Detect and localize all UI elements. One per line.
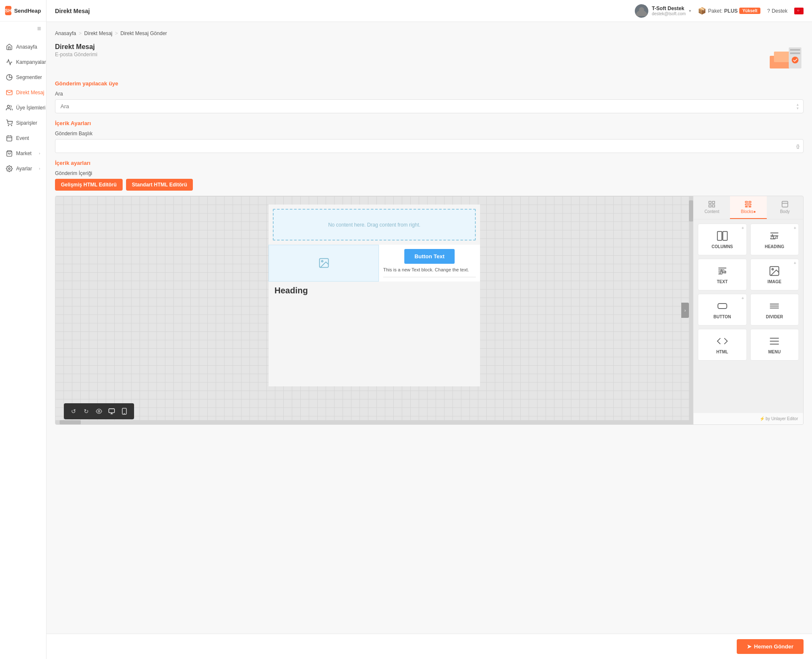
- sidebar-item-label: Direkt Mesaj: [16, 90, 44, 96]
- paket-type: PLUS: [724, 8, 738, 14]
- user-details: T-Soft Destek destek@tsoft.com: [652, 5, 686, 16]
- email-editor: No content here. Drag content from right…: [55, 196, 804, 425]
- sidebar-item-siparisler[interactable]: Siparişler: [0, 115, 46, 131]
- svg-text:Aa: Aa: [770, 232, 779, 241]
- button-plus-icon: +: [741, 295, 744, 301]
- send-label: Hemen Gönder: [754, 643, 793, 650]
- svg-point-8: [8, 168, 10, 170]
- button-text-block: Button Text This is a new Text block. Ch…: [379, 245, 480, 282]
- block-image[interactable]: + IMAGE: [750, 259, 799, 290]
- block-heading[interactable]: + Aa HEADING: [750, 224, 799, 255]
- breadcrumb-anasayfa[interactable]: Anasayfa: [55, 30, 76, 36]
- page-illustration: [765, 43, 804, 72]
- svg-point-17: [321, 260, 323, 262]
- svg-point-15: [792, 57, 798, 63]
- tab-body[interactable]: Body: [767, 196, 803, 219]
- svg-rect-41: [718, 304, 727, 309]
- breadcrumb-sep2: >: [115, 30, 118, 36]
- svg-rect-31: [746, 206, 748, 207]
- columns-plus-icon: +: [741, 225, 744, 230]
- svg-text:Aa: Aa: [719, 268, 727, 275]
- sidebar-item-market[interactable]: Market ›: [0, 146, 46, 161]
- body-tab-label: Body: [780, 209, 790, 214]
- input-arrows: ▲▼: [796, 103, 799, 110]
- redo-button[interactable]: ↻: [81, 406, 92, 417]
- svg-rect-30: [746, 204, 752, 205]
- email-button[interactable]: Button Text: [404, 249, 455, 264]
- flag-icon[interactable]: 🇹🇷: [794, 8, 804, 14]
- svg-point-2: [11, 125, 12, 126]
- standard-editor-button[interactable]: Standart HTML Editörü: [126, 179, 193, 191]
- block-html[interactable]: HTML: [698, 329, 747, 361]
- unlayer-text: ⚡ by Unlayer Editor: [760, 416, 798, 421]
- svg-rect-13: [790, 49, 800, 51]
- sidebar-item-direkt-mesaj[interactable]: Direkt Mesaj ›: [0, 85, 46, 100]
- avatar: [635, 4, 648, 18]
- header-right: T-Soft Destek destek@tsoft.com ▾ 📦 Paket…: [635, 4, 804, 18]
- breadcrumb-direkt-mesaj[interactable]: Direkt Mesaj: [84, 30, 112, 36]
- user-dropdown-icon[interactable]: ▾: [689, 8, 691, 13]
- sidebar-item-uye-islemleri[interactable]: Üye İşlemleri ›: [0, 100, 46, 115]
- blocks-grid: + COLUMNS + Aa HEADING: [694, 219, 803, 365]
- canvas-expand-button[interactable]: ›: [681, 303, 689, 318]
- recipient-section-title: Gönderim yapılacak üye: [55, 80, 804, 87]
- recipient-input[interactable]: [55, 99, 804, 113]
- svg-rect-24: [709, 201, 711, 203]
- blocks-tab-label: Blocks●: [741, 209, 756, 214]
- block-button[interactable]: + BUTTON: [698, 294, 747, 325]
- block-menu[interactable]: MENU: [750, 329, 799, 361]
- sidebar-item-label: Üye İşlemleri: [16, 105, 45, 111]
- subject-input[interactable]: [55, 139, 804, 153]
- undo-button[interactable]: ↺: [68, 406, 79, 417]
- breadcrumb-sep: >: [79, 30, 82, 36]
- arrow-icon: ›: [39, 151, 40, 156]
- svg-rect-27: [713, 205, 715, 207]
- svg-rect-26: [709, 205, 711, 207]
- heading-plus-icon: +: [794, 225, 796, 230]
- heading-block: Heading: [269, 282, 480, 300]
- block-text[interactable]: Aa TEXT: [698, 259, 747, 290]
- page-title: Direkt Mesaj: [55, 43, 97, 51]
- page-subtitle: E-posta Gönderimi: [55, 52, 97, 57]
- sidebar-item-event[interactable]: Event: [0, 131, 46, 146]
- advanced-editor-button[interactable]: Gelişmiş HTML Editörü: [55, 179, 123, 191]
- svg-point-1: [8, 125, 8, 126]
- svg-point-40: [772, 268, 774, 270]
- sidebar-item-label: Siparişler: [16, 120, 37, 126]
- collapse-button[interactable]: ≡: [0, 22, 46, 36]
- user-info: T-Soft Destek destek@tsoft.com ▾: [635, 4, 691, 18]
- block-divider-label: DIVIDER: [766, 314, 783, 319]
- svg-rect-28: [746, 201, 748, 202]
- main-content: Direkt Mesaj T-Soft Destek destek@tsoft.…: [47, 0, 812, 659]
- sidebar-item-segmentler[interactable]: Segmentler: [0, 70, 46, 85]
- tab-blocks[interactable]: Blocks●: [730, 196, 766, 219]
- page-content: Anasayfa > Direkt Mesaj > Direkt Mesaj G…: [47, 22, 812, 634]
- block-columns-label: COLUMNS: [711, 244, 733, 249]
- block-menu-label: MENU: [768, 350, 781, 354]
- sidebar-item-kampanyalar[interactable]: Kampanyalar: [0, 55, 46, 70]
- page-header: Direkt Mesaj E-posta Gönderimi: [55, 43, 804, 72]
- destek-button[interactable]: ? Destek: [767, 8, 787, 14]
- drop-zone[interactable]: No content here. Drag content from right…: [273, 209, 476, 241]
- recipient-input-wrapper: ▲▼: [55, 99, 804, 113]
- preview-button[interactable]: [93, 406, 104, 417]
- sidebar-item-ayarlar[interactable]: Ayarlar ›: [0, 161, 46, 176]
- top-header: Direkt Mesaj T-Soft Destek destek@tsoft.…: [47, 0, 812, 22]
- block-columns[interactable]: + COLUMNS: [698, 224, 747, 255]
- send-button[interactable]: ➤ Hemen Gönder: [737, 639, 804, 654]
- canvas-scrollbar-bottom[interactable]: [55, 420, 689, 424]
- canvas-scrollbar-right[interactable]: [689, 196, 693, 424]
- block-button-label: BUTTON: [713, 314, 731, 319]
- svg-point-18: [98, 410, 100, 412]
- logo-text: SendHeap: [14, 8, 41, 14]
- scrollbar-thumb: [689, 200, 693, 221]
- desktop-view-button[interactable]: [106, 406, 117, 417]
- sidebar-item-label: Event: [16, 135, 29, 141]
- block-divider[interactable]: DIVIDER: [750, 294, 799, 325]
- recipient-section: Gönderim yapılacak üye Ara ▲▼: [55, 80, 804, 113]
- yukselt-badge[interactable]: Yükselt: [739, 8, 760, 14]
- mobile-view-button[interactable]: [119, 406, 130, 417]
- sidebar-item-anasayfa[interactable]: Anasayfa: [0, 39, 46, 55]
- user-email: destek@tsoft.com: [652, 11, 686, 16]
- tab-content[interactable]: Content: [694, 196, 730, 219]
